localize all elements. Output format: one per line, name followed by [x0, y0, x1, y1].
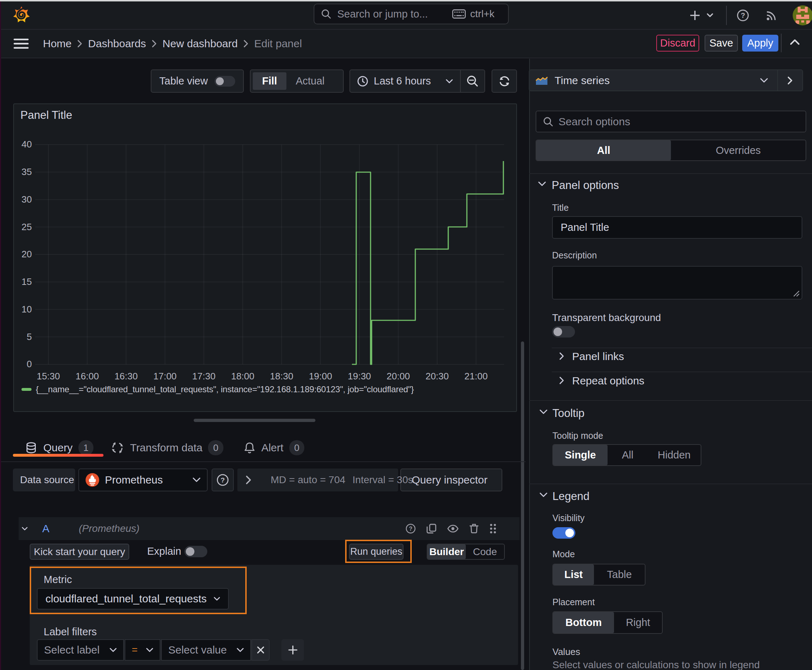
svg-text:?: ? — [409, 526, 412, 532]
svg-text:18:30: 18:30 — [270, 371, 293, 382]
svg-text:17:30: 17:30 — [192, 371, 215, 382]
svg-text:19:30: 19:30 — [348, 371, 371, 382]
svg-text:35: 35 — [22, 166, 32, 177]
svg-text:25: 25 — [22, 222, 32, 232]
svg-text:40: 40 — [22, 139, 32, 150]
svg-text:17:00: 17:00 — [153, 371, 176, 382]
svg-text:18:00: 18:00 — [231, 371, 254, 382]
svg-text:16:30: 16:30 — [115, 371, 138, 382]
svg-text:15: 15 — [22, 276, 32, 287]
svg-text:?: ? — [741, 12, 745, 19]
svg-text:?: ? — [220, 476, 225, 484]
svg-text:30: 30 — [22, 194, 32, 205]
svg-text:20:30: 20:30 — [425, 371, 449, 382]
svg-text:16:00: 16:00 — [76, 371, 99, 382]
svg-text:10: 10 — [22, 304, 32, 315]
svg-text:19:00: 19:00 — [309, 371, 332, 382]
svg-text:20:00: 20:00 — [387, 371, 410, 382]
svg-text:0: 0 — [27, 359, 32, 369]
svg-text:20: 20 — [22, 249, 32, 259]
svg-text:5: 5 — [27, 332, 32, 342]
svg-text:21:00: 21:00 — [464, 371, 488, 382]
svg-text:15:30: 15:30 — [37, 371, 60, 382]
